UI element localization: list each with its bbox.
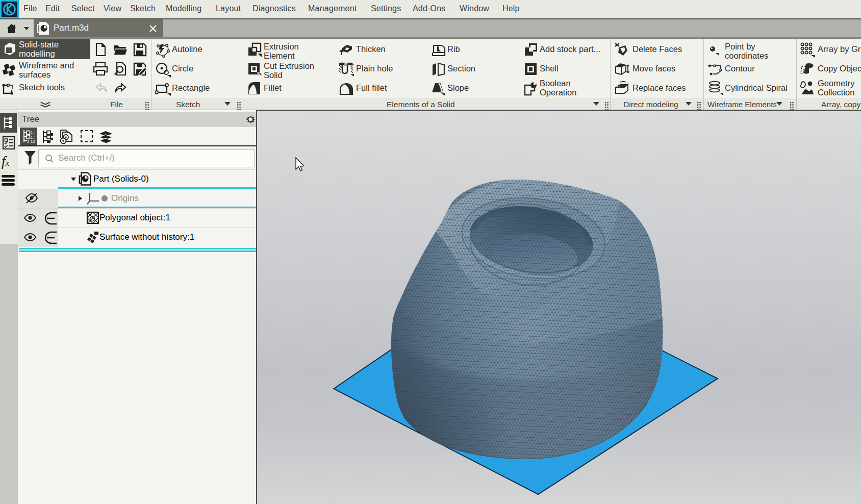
svg-text:2 12: 2 12 — [27, 139, 35, 143]
svg-text:1 11: 1 11 — [31, 130, 35, 135]
